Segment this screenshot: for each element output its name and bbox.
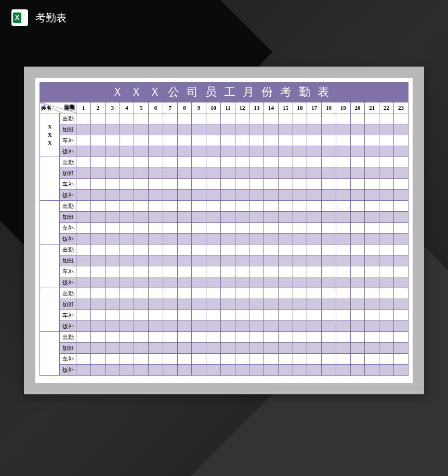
data-cell[interactable]	[177, 277, 192, 288]
data-cell[interactable]	[264, 223, 279, 234]
data-cell[interactable]	[206, 190, 221, 201]
data-cell[interactable]	[192, 168, 206, 179]
data-cell[interactable]	[278, 212, 293, 223]
data-cell[interactable]	[278, 365, 293, 376]
data-cell[interactable]	[336, 157, 350, 168]
data-cell[interactable]	[307, 277, 322, 288]
data-cell[interactable]	[350, 321, 365, 332]
data-cell[interactable]	[206, 168, 221, 179]
data-cell[interactable]	[149, 245, 163, 255]
data-cell[interactable]	[322, 288, 336, 299]
data-cell[interactable]	[220, 135, 235, 146]
data-cell[interactable]	[192, 299, 206, 310]
data-cell[interactable]	[322, 299, 336, 310]
data-cell[interactable]	[105, 223, 120, 234]
data-cell[interactable]	[177, 343, 192, 354]
data-cell[interactable]	[249, 223, 264, 234]
data-cell[interactable]	[149, 179, 163, 190]
data-cell[interactable]	[235, 343, 249, 354]
data-cell[interactable]	[177, 321, 192, 332]
data-cell[interactable]	[163, 310, 177, 321]
data-cell[interactable]	[120, 245, 134, 255]
data-cell[interactable]	[235, 266, 249, 277]
data-cell[interactable]	[206, 113, 221, 124]
data-cell[interactable]	[76, 277, 91, 288]
data-cell[interactable]	[293, 168, 307, 179]
data-cell[interactable]	[149, 266, 163, 277]
data-cell[interactable]	[206, 277, 221, 288]
data-cell[interactable]	[249, 365, 264, 376]
data-cell[interactable]	[393, 201, 408, 212]
data-cell[interactable]	[322, 157, 336, 168]
data-cell[interactable]	[393, 146, 408, 157]
data-cell[interactable]	[350, 245, 365, 255]
data-cell[interactable]	[91, 299, 106, 310]
data-cell[interactable]	[105, 179, 120, 190]
data-cell[interactable]	[393, 157, 408, 168]
data-cell[interactable]	[293, 234, 307, 245]
data-cell[interactable]	[393, 234, 408, 245]
data-cell[interactable]	[307, 146, 322, 157]
data-cell[interactable]	[264, 365, 279, 376]
data-cell[interactable]	[249, 179, 264, 190]
data-cell[interactable]	[278, 223, 293, 234]
data-cell[interactable]	[278, 332, 293, 343]
data-cell[interactable]	[393, 299, 408, 310]
data-cell[interactable]	[293, 146, 307, 157]
data-cell[interactable]	[264, 266, 279, 277]
data-cell[interactable]	[350, 266, 365, 277]
data-cell[interactable]	[379, 234, 394, 245]
data-cell[interactable]	[206, 255, 221, 266]
data-cell[interactable]	[393, 168, 408, 179]
data-cell[interactable]	[249, 321, 264, 332]
data-cell[interactable]	[220, 113, 235, 124]
data-cell[interactable]	[149, 354, 163, 365]
data-cell[interactable]	[91, 365, 106, 376]
data-cell[interactable]	[76, 201, 91, 212]
data-cell[interactable]	[336, 124, 350, 135]
data-cell[interactable]	[220, 146, 235, 157]
data-cell[interactable]	[163, 201, 177, 212]
data-cell[interactable]	[177, 113, 192, 124]
data-cell[interactable]	[278, 168, 293, 179]
data-cell[interactable]	[220, 168, 235, 179]
data-cell[interactable]	[249, 234, 264, 245]
data-cell[interactable]	[220, 223, 235, 234]
data-cell[interactable]	[293, 332, 307, 343]
data-cell[interactable]	[76, 299, 91, 310]
data-cell[interactable]	[76, 310, 91, 321]
data-cell[interactable]	[264, 255, 279, 266]
data-cell[interactable]	[192, 332, 206, 343]
data-cell[interactable]	[220, 201, 235, 212]
data-cell[interactable]	[120, 234, 134, 245]
data-cell[interactable]	[264, 332, 279, 343]
data-cell[interactable]	[365, 310, 379, 321]
data-cell[interactable]	[134, 321, 149, 332]
data-cell[interactable]	[235, 190, 249, 201]
data-cell[interactable]	[293, 365, 307, 376]
data-cell[interactable]	[278, 354, 293, 365]
data-cell[interactable]	[149, 157, 163, 168]
data-cell[interactable]	[336, 113, 350, 124]
data-cell[interactable]	[177, 354, 192, 365]
data-cell[interactable]	[76, 124, 91, 135]
data-cell[interactable]	[350, 255, 365, 266]
data-cell[interactable]	[220, 365, 235, 376]
data-cell[interactable]	[379, 124, 394, 135]
data-cell[interactable]	[76, 146, 91, 157]
data-cell[interactable]	[235, 212, 249, 223]
data-cell[interactable]	[163, 245, 177, 255]
data-cell[interactable]	[322, 179, 336, 190]
data-cell[interactable]	[105, 135, 120, 146]
data-cell[interactable]	[393, 277, 408, 288]
data-cell[interactable]	[365, 124, 379, 135]
data-cell[interactable]	[76, 354, 91, 365]
data-cell[interactable]	[220, 343, 235, 354]
data-cell[interactable]	[149, 190, 163, 201]
data-cell[interactable]	[163, 266, 177, 277]
data-cell[interactable]	[322, 135, 336, 146]
data-cell[interactable]	[235, 288, 249, 299]
data-cell[interactable]	[293, 343, 307, 354]
data-cell[interactable]	[235, 321, 249, 332]
data-cell[interactable]	[105, 365, 120, 376]
